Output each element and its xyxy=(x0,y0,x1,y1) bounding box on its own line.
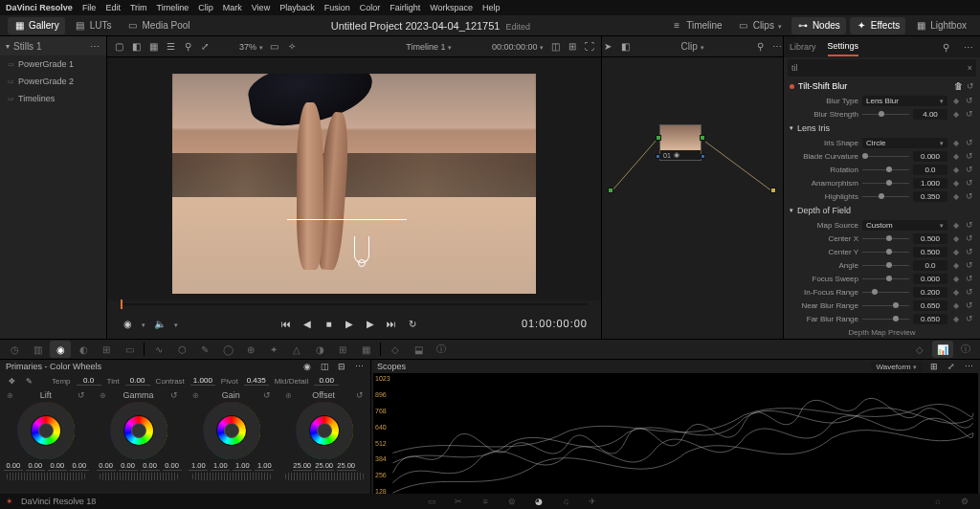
scopes-icon[interactable]: ⬓ xyxy=(408,341,429,358)
menu-edit[interactable]: Edit xyxy=(105,3,121,12)
pivot-value[interactable]: 0.435 xyxy=(244,376,269,386)
scopes-panel-icon[interactable]: 📊 xyxy=(932,341,953,358)
wipe-icon[interactable]: ◫ xyxy=(549,41,561,53)
gallery-item[interactable]: ▭PowerGrade 2 xyxy=(0,73,106,90)
panel-opts-icon[interactable]: ⋯ xyxy=(963,41,974,53)
bypass-icon[interactable]: ◉ xyxy=(121,317,134,330)
key-icon[interactable]: ◑ xyxy=(309,341,330,358)
angle-slider[interactable] xyxy=(862,261,909,269)
tilt-shift-overlay-handle[interactable] xyxy=(354,236,369,263)
prev-icon[interactable]: ◀ xyxy=(301,317,314,330)
play-icon[interactable]: ▶ xyxy=(343,317,356,330)
pointer-icon[interactable]: ➤ xyxy=(602,41,613,53)
next-icon[interactable]: ▶ xyxy=(364,317,377,330)
lift-wheel[interactable] xyxy=(17,402,75,459)
tint-value[interactable]: 0.00 xyxy=(125,376,150,386)
dof-header[interactable]: ▾Depth of Field xyxy=(784,203,980,218)
info-icon[interactable]: ⓘ xyxy=(431,341,452,358)
seek-bar[interactable] xyxy=(121,303,588,305)
timeline-toggle[interactable]: ≡Timeline xyxy=(665,17,727,34)
window-icon[interactable]: ◯ xyxy=(217,341,238,358)
scope-menu-icon[interactable]: ⋯ xyxy=(963,361,974,372)
node-input[interactable] xyxy=(608,188,613,193)
anamorph-slider[interactable] xyxy=(862,179,909,187)
tilt-shift-overlay-line[interactable] xyxy=(287,219,407,220)
effect-header[interactable]: Tilt-Shift Blur🗑 xyxy=(784,78,980,94)
effects-toggle[interactable]: ✦Effects xyxy=(850,17,905,34)
timeline-timecode[interactable]: 00:00:00:00 xyxy=(492,42,544,52)
hdr-icon[interactable]: ◐ xyxy=(73,341,94,358)
page-fusion-icon[interactable]: ⊚ xyxy=(502,497,522,506)
menu-view[interactable]: View xyxy=(252,3,270,12)
3d-icon[interactable]: ▦ xyxy=(355,341,376,358)
warper-icon[interactable]: ⬡ xyxy=(171,341,192,358)
iris-shape-select[interactable]: Circle xyxy=(862,138,947,148)
wheel-mode2-icon[interactable]: ◫ xyxy=(319,361,330,372)
reset-effect[interactable] xyxy=(967,81,974,91)
tab-settings[interactable]: Settings xyxy=(828,37,859,56)
page-color-icon[interactable]: ◕ xyxy=(529,497,548,506)
node-01[interactable]: 01◉ xyxy=(659,124,702,161)
reset-blurtype[interactable] xyxy=(965,96,974,105)
gamma-jog[interactable] xyxy=(100,473,178,480)
blur-icon[interactable]: △ xyxy=(286,341,307,358)
keyframes-icon[interactable]: ◇ xyxy=(385,341,406,358)
map-source-select[interactable]: Custom xyxy=(862,220,947,231)
centery-slider[interactable] xyxy=(862,248,909,255)
viewer-timecode[interactable]: 01:00:00:00 xyxy=(522,318,588,329)
middetail-value[interactable]: 0.00 xyxy=(314,376,339,386)
panel-menu-icon[interactable]: ⋯ xyxy=(353,361,365,372)
blade-curv-slider[interactable] xyxy=(862,152,909,160)
rgb-mixer-icon[interactable]: ⊞ xyxy=(96,341,117,358)
page-cut-icon[interactable]: ✂ xyxy=(449,497,468,506)
wheel-mode3-icon[interactable]: ⊟ xyxy=(336,361,347,372)
scope-mode-select[interactable]: Waveform xyxy=(871,362,923,372)
highlight-icon[interactable]: ✧ xyxy=(286,41,298,53)
expand-icon[interactable]: ⤢ xyxy=(199,41,211,53)
go-first-icon[interactable]: ⏮ xyxy=(279,317,293,330)
loop-icon[interactable]: ↻ xyxy=(406,317,419,330)
scope-layout-icon[interactable]: ⊞ xyxy=(928,361,940,372)
page-deliver-icon[interactable]: ✈ xyxy=(583,497,602,506)
sizing-icon[interactable]: ⊞ xyxy=(332,341,353,358)
qualifier-icon[interactable]: ✎ xyxy=(194,341,215,358)
viewer-zoom-icon[interactable]: ⚲ xyxy=(182,41,193,53)
menu-workspace[interactable]: Workspace xyxy=(430,3,473,12)
mediapool-toggle[interactable]: ▭Media Pool xyxy=(121,17,195,34)
wheels-icon[interactable]: ◉ xyxy=(50,341,71,358)
centerx-slider[interactable] xyxy=(862,234,909,242)
menu-clip[interactable]: Clip xyxy=(198,3,213,12)
clear-icon[interactable]: × xyxy=(968,63,972,73)
tab-library[interactable]: Library xyxy=(790,38,816,55)
gamma-wheel[interactable] xyxy=(110,402,167,459)
awb-icon[interactable]: ✎ xyxy=(23,375,34,387)
node-scope[interactable]: Clip xyxy=(680,41,703,52)
tracker-icon[interactable]: ⊕ xyxy=(240,341,261,358)
node-zoom-icon[interactable]: ⚲ xyxy=(754,41,766,53)
menu-trim[interactable]: Trim xyxy=(130,3,147,12)
curves-icon[interactable]: ∿ xyxy=(148,341,169,358)
overlay-icon[interactable]: ▭ xyxy=(269,41,280,53)
lightbox-toggle[interactable]: ▦Lightbox xyxy=(909,17,972,34)
proj-settings-icon[interactable]: ⚙ xyxy=(955,497,974,506)
menu-fusion[interactable]: Fusion xyxy=(324,3,350,12)
node-canvas[interactable]: 01◉ xyxy=(602,57,783,339)
lift-jog[interactable] xyxy=(7,473,85,480)
menu-playback[interactable]: Playback xyxy=(279,3,315,12)
trash-icon[interactable]: 🗑 xyxy=(954,81,963,91)
home-icon[interactable]: ⌂ xyxy=(928,497,947,506)
offset-wheel[interactable] xyxy=(296,402,353,459)
gallery-item[interactable]: ▭Timelines xyxy=(0,90,106,107)
luts-toggle[interactable]: ▤LUTs xyxy=(69,17,118,34)
offset-jog[interactable] xyxy=(285,473,364,480)
infocus-slider[interactable] xyxy=(862,288,909,296)
nodes-toggle[interactable]: ⊶Nodes xyxy=(791,17,846,34)
timeline-name[interactable]: Timeline 1 xyxy=(406,42,452,52)
color-match-icon[interactable]: ▥ xyxy=(27,341,48,358)
search-icon[interactable]: ⚲ xyxy=(940,41,951,53)
motion-icon[interactable]: ▭ xyxy=(119,341,140,358)
camera-raw-icon[interactable]: ◷ xyxy=(4,341,25,358)
viewer-image[interactable] xyxy=(172,74,536,294)
gain-wheel[interactable] xyxy=(203,402,260,459)
stop-icon[interactable]: ■ xyxy=(322,317,335,330)
